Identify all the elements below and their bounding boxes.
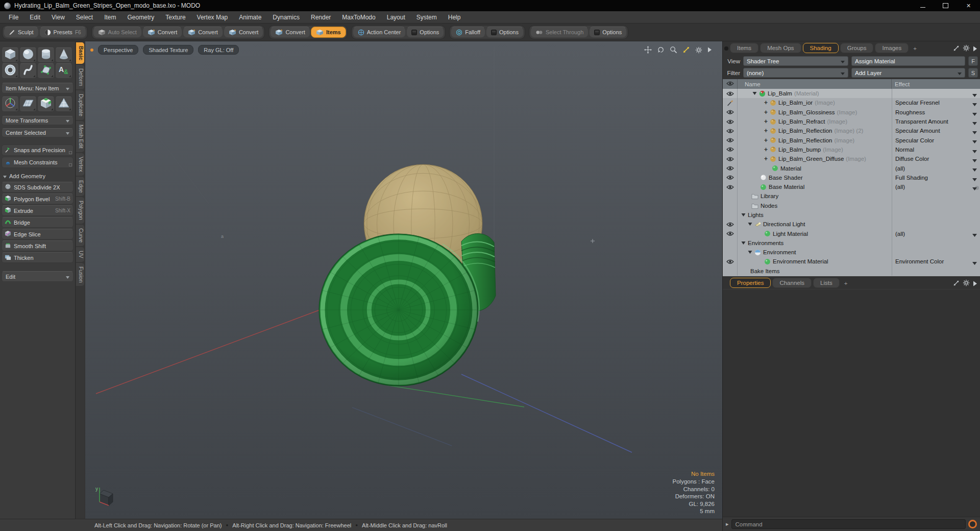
menu-geometry[interactable]: Geometry	[122, 14, 160, 21]
effect-dropdown-icon[interactable]	[972, 157, 977, 163]
tab-items[interactable]: Items	[730, 43, 758, 53]
command-input[interactable]	[731, 519, 966, 529]
assign-material-button[interactable]: Assign Material	[851, 56, 965, 66]
edge-slice-button[interactable]: Edge Slice	[2, 229, 74, 239]
tab-images[interactable]: Images	[875, 43, 909, 53]
convert-button[interactable]: Convert	[183, 27, 223, 38]
tree-row-directional-light[interactable]: Directional Light	[723, 220, 980, 229]
effect-dropdown-icon[interactable]	[972, 166, 977, 173]
options-button[interactable]: Options	[589, 27, 627, 38]
tab-mesh-edit[interactable]: Mesh Edit	[76, 121, 84, 152]
cyl-primitive-button[interactable]	[37, 47, 55, 63]
zoom-icon[interactable]	[670, 46, 677, 54]
visibility-eye-icon[interactable]	[723, 126, 738, 135]
tab-lists[interactable]: Lists	[813, 278, 840, 288]
tab-deform[interactable]: Deform	[76, 65, 84, 89]
maximize-viewport-icon[interactable]	[682, 46, 690, 54]
convert-button[interactable]: Convert	[224, 27, 264, 38]
visibility-eye-icon[interactable]	[723, 135, 738, 144]
visibility-eye-icon[interactable]	[723, 108, 738, 117]
tree-row-environment-material[interactable]: Environment MaterialEnvironment Color	[723, 257, 980, 266]
viewport-canvas[interactable]: a y	[85, 41, 722, 519]
visibility-eye-icon[interactable]	[723, 145, 738, 154]
torus-primitive-button[interactable]	[2, 63, 19, 79]
expand-plus-icon[interactable]: +	[764, 128, 768, 133]
visibility-eye-icon[interactable]	[723, 220, 738, 229]
tab-fusion[interactable]: Fusion	[76, 263, 84, 286]
close-button[interactable]: ✕	[957, 0, 980, 11]
effect-dropdown-icon[interactable]	[972, 120, 977, 126]
add-geometry-section-header[interactable]: Add Geometry	[3, 173, 72, 179]
visibility-eye-icon[interactable]	[723, 173, 738, 182]
expand-panel-icon[interactable]	[953, 279, 960, 288]
expand-plus-icon[interactable]: +	[764, 138, 768, 143]
pan-icon[interactable]	[644, 46, 652, 54]
panel-gear-icon[interactable]	[963, 279, 970, 288]
items-button[interactable]: Items	[311, 27, 346, 38]
thicken-button[interactable]: Thicken	[2, 252, 74, 263]
edit-dropdown[interactable]: Edit	[2, 271, 74, 282]
plane-primitive-button[interactable]	[19, 96, 37, 112]
tab-mesh-ops[interactable]: Mesh Ops	[760, 43, 801, 53]
menu-vertex-map[interactable]: Vertex Map	[191, 14, 234, 21]
effect-dropdown-icon[interactable]	[972, 185, 977, 191]
tree-row-environments[interactable]: Environments	[723, 238, 980, 248]
menu-texture[interactable]: Texture	[160, 14, 191, 21]
effect-dropdown-icon[interactable]	[972, 148, 977, 154]
auto-select-button[interactable]: Auto Select	[93, 27, 142, 38]
expand-plus-icon[interactable]: +	[764, 100, 768, 105]
action-center-button[interactable]: Action Center	[353, 27, 406, 38]
checker-primitive-button[interactable]	[37, 96, 55, 112]
tree-row-bake-items[interactable]: Bake Items	[723, 267, 980, 276]
s-button[interactable]: S	[968, 68, 978, 78]
collapse-triangle-icon[interactable]	[748, 222, 752, 226]
menu-view[interactable]: View	[46, 14, 70, 21]
effect-dropdown-icon[interactable]	[972, 92, 977, 98]
bridge-button[interactable]: Bridge	[2, 217, 74, 228]
falloff-button[interactable]: Falloff	[451, 27, 485, 38]
add-layer-dropdown[interactable]: Add Layer	[851, 68, 965, 78]
visibility-eye-icon[interactable]	[723, 182, 738, 191]
menu-help[interactable]: Help	[443, 14, 467, 21]
helix-primitive-button[interactable]	[19, 63, 37, 79]
tree-row-lip-balm-refract[interactable]: +Lip_Balm_Refract(Image)Transparent Amou…	[723, 117, 980, 126]
cube-primitive-button[interactable]	[2, 47, 19, 63]
f-button[interactable]: F	[968, 56, 978, 66]
tree-row-lip-balm-reflection[interactable]: +Lip_Balm_Reflection(Image)Specular Colo…	[723, 135, 980, 144]
collapse-triangle-icon[interactable]	[748, 250, 752, 254]
menu-animate[interactable]: Animate	[233, 14, 267, 21]
panel-gear-icon[interactable]	[963, 44, 970, 54]
tab-curve[interactable]: Curve	[76, 225, 84, 246]
tab-uv[interactable]: UV	[76, 247, 84, 262]
paint-brush-icon[interactable]	[723, 98, 738, 107]
ray-gl-button[interactable]: Ray GL: Off	[198, 45, 239, 55]
menu-layout[interactable]: Layout	[381, 14, 411, 21]
sculpt-button[interactable]: Sculpt	[4, 27, 39, 38]
expand-panel-icon[interactable]	[953, 44, 960, 54]
menu-select[interactable]: Select	[70, 14, 99, 21]
tree-row-lip-balm-green-diffuse[interactable]: +Lip_Balm_Green_Diffuse(Image)Diffuse Co…	[723, 154, 980, 163]
effect-dropdown-icon[interactable]	[972, 138, 977, 144]
options-button[interactable]: Options	[406, 27, 444, 38]
center-selected-dropdown[interactable]: Center Selected	[2, 128, 74, 137]
perspective-button[interactable]: Perspective	[98, 45, 138, 55]
select-through-button[interactable]: Select Through	[530, 27, 589, 38]
tree-row-lights[interactable]: Lights	[723, 210, 980, 220]
minimize-button[interactable]	[911, 0, 934, 11]
effect-dropdown-icon[interactable]	[972, 260, 977, 266]
tab-channels[interactable]: Channels	[772, 278, 812, 288]
view-dropdown[interactable]: Shader Tree	[743, 56, 848, 66]
effect-dropdown-icon[interactable]	[972, 129, 977, 135]
menu-maxtomodo[interactable]: MaxToModo	[336, 14, 381, 21]
tab-groups[interactable]: Groups	[840, 43, 874, 53]
mesh-primitive-button[interactable]	[55, 96, 72, 112]
menu-edit[interactable]: Edit	[24, 14, 46, 21]
rotate-icon[interactable]	[657, 46, 665, 54]
gizmo-primitive-button[interactable]	[2, 96, 19, 112]
sds-subdivide-2x-button[interactable]: SDS Subdivide 2X	[2, 182, 74, 192]
polygon-bevel-button[interactable]: Polygon BevelShift-B	[2, 194, 74, 204]
tree-row-lip-balm-bump[interactable]: +Lip_Balm_bump(Image)Normal	[723, 145, 980, 154]
options-button[interactable]: Options	[486, 27, 524, 38]
snaps-and-precision-button[interactable]: Snaps and Precision	[2, 144, 74, 156]
maximize-button[interactable]	[934, 0, 957, 11]
